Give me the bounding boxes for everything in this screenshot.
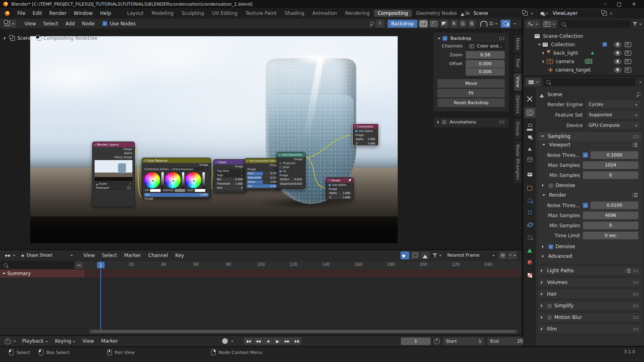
section-volumes[interactable]: Volumes <box>538 278 642 287</box>
menu-select[interactable]: Select <box>98 253 120 258</box>
tab-modifiers[interactable] <box>525 196 535 205</box>
tab-modeling[interactable]: Modeling <box>148 10 178 17</box>
sidebar-tab-options[interactable]: Options <box>514 92 522 117</box>
new-scene-icon[interactable] <box>523 11 528 16</box>
tab-data[interactable] <box>525 245 535 254</box>
channel-color-alpha-button[interactable] <box>419 20 428 28</box>
outliner-row-camera-target[interactable]: camera_target <box>523 66 644 74</box>
drag-handle[interactable] <box>633 327 639 331</box>
outliner-row-camera[interactable]: camera <box>523 57 644 66</box>
channel-alpha-button[interactable] <box>440 20 449 28</box>
proportional-editing-button[interactable] <box>499 251 507 259</box>
drag-handle[interactable] <box>633 281 639 284</box>
z-field[interactable]: Z1.000 <box>355 142 376 145</box>
viewport-subpanel-header[interactable]: Viewport <box>538 141 642 149</box>
noise-threshold-checkbox[interactable] <box>583 152 588 158</box>
tab-compositing[interactable]: Compositing <box>374 10 411 17</box>
move-button[interactable]: Move <box>438 79 505 88</box>
channel-blue-button[interactable]: B <box>468 20 475 28</box>
scene-selector[interactable]: Scene × <box>471 9 537 18</box>
outliner-row-back-light[interactable]: back_light <box>523 49 644 57</box>
render-denoise-header[interactable]: Denoise <box>538 243 642 251</box>
alpha-field[interactable]: Alpha1.000 <box>328 191 351 195</box>
view-layer-selector[interactable]: ViewLayer × <box>550 9 616 18</box>
menu-marker[interactable]: Marker <box>97 338 121 344</box>
z-field[interactable]: Z1.000 <box>328 195 351 199</box>
node-composite[interactable]: Composite Use Alpha Image Alpha1.000 Z1.… <box>352 123 379 146</box>
pin-icon[interactable] <box>636 92 640 97</box>
tab-constraints[interactable] <box>525 233 535 242</box>
channel-green-button[interactable]: G <box>459 20 466 28</box>
collapse-icon[interactable] <box>354 126 356 128</box>
panel-drag-handle[interactable] <box>499 120 505 124</box>
collapse-icon[interactable] <box>279 154 280 156</box>
disable-render-icon[interactable] <box>625 42 631 47</box>
correction-dropdown[interactable]: Lift/Gamma/Gain <box>170 167 208 171</box>
outliner-row-collection[interactable]: Collection <box>523 40 644 49</box>
tab-layout[interactable]: Layout <box>124 10 147 17</box>
projector-checkbox[interactable] <box>279 162 282 165</box>
lift-wheel[interactable] <box>144 172 160 188</box>
hide-eye-icon[interactable] <box>614 68 621 72</box>
section-light-paths[interactable]: Light Paths <box>538 266 642 275</box>
viewport-denoise-header[interactable]: Denoise <box>538 181 642 189</box>
panel-drag-handle[interactable] <box>499 37 505 40</box>
expand-icon[interactable] <box>543 51 546 55</box>
minimize-button[interactable]: – <box>604 1 607 7</box>
gain-swatch[interactable] <box>195 189 205 192</box>
menu-file[interactable]: File <box>14 10 29 16</box>
tab-object[interactable] <box>525 184 535 193</box>
hide-channels-button[interactable] <box>411 251 419 259</box>
node-lens-distortion[interactable]: Lens Distortion Image Projector Jitter F… <box>277 152 305 189</box>
next-keyframe-button[interactable]: ▶▶ <box>283 337 292 345</box>
view-layer-browse-button[interactable] <box>541 12 548 15</box>
dispersion-field[interactable]: Dispersion0.010 <box>279 182 303 185</box>
expand-icon[interactable] <box>543 60 546 63</box>
tab-render[interactable] <box>524 107 536 118</box>
overlap-button[interactable] <box>501 20 510 28</box>
unlink-scene-icon[interactable]: × <box>530 11 534 16</box>
tab-collection[interactable] <box>525 170 535 179</box>
outliner-search-input[interactable] <box>559 20 630 28</box>
advanced-header[interactable]: Advanced <box>538 252 642 260</box>
tab-rendering[interactable]: Rendering <box>341 10 373 17</box>
play-button[interactable]: ▶ <box>273 337 282 345</box>
offset-y-field[interactable]: 0.000 <box>466 68 505 76</box>
camera-data-badge[interactable] <box>584 59 593 64</box>
hide-eye-icon[interactable] <box>614 59 621 64</box>
view-layer-field[interactable]: ViewLayer <box>96 186 109 189</box>
menu-edit[interactable]: Edit <box>29 10 45 16</box>
editor-type-button[interactable] <box>3 337 17 345</box>
channel-color-button[interactable] <box>429 20 438 28</box>
sidebar-tab-group[interactable]: Group <box>514 118 522 140</box>
annotations-checkbox[interactable] <box>442 120 447 125</box>
mode-dropdown[interactable]: ◆ Dope Sheet <box>19 251 76 259</box>
gain-wheel[interactable] <box>185 172 201 188</box>
use-nodes-checkbox[interactable] <box>103 21 107 26</box>
auto-keying-button[interactable] <box>221 337 229 345</box>
use-alpha-checkbox[interactable] <box>355 130 357 132</box>
tab-uv-editing[interactable]: UV Editing <box>208 10 241 17</box>
lift-slider[interactable] <box>161 172 164 188</box>
menu-window[interactable]: Window <box>70 10 96 16</box>
summary-channel[interactable]: Summary <box>0 269 85 278</box>
menu-channel[interactable]: Channel <box>144 253 171 258</box>
menu-select[interactable]: Select <box>39 21 62 27</box>
fac-slider[interactable]: Fac 1.000 <box>144 193 208 197</box>
max-samples-field[interactable]: 4096 <box>583 212 638 219</box>
size-field[interactable]: Size9 <box>216 186 244 190</box>
horizontal-scrollbar[interactable] <box>89 330 517 333</box>
denoise-checkbox[interactable] <box>549 183 553 188</box>
sidebar-tab-view[interactable]: View <box>514 73 522 91</box>
collapse-icon[interactable] <box>2 273 6 276</box>
sidebar-tab-node-wrangler[interactable]: Node Wrangler <box>514 140 522 184</box>
threshold-field[interactable]: Threshold1.000 <box>216 182 244 185</box>
time-limit-field[interactable]: 0 sec <box>583 232 638 239</box>
max-samples-field[interactable]: 1024 <box>583 161 638 169</box>
jitter-checkbox[interactable] <box>279 166 282 169</box>
fac-slider[interactable]: Fac1.000 <box>247 184 279 188</box>
collapse-icon[interactable] <box>94 144 96 146</box>
min-samples-field[interactable]: 0 <box>583 171 638 179</box>
disable-render-icon[interactable] <box>625 68 631 72</box>
section-hair[interactable]: Hair <box>538 290 642 298</box>
